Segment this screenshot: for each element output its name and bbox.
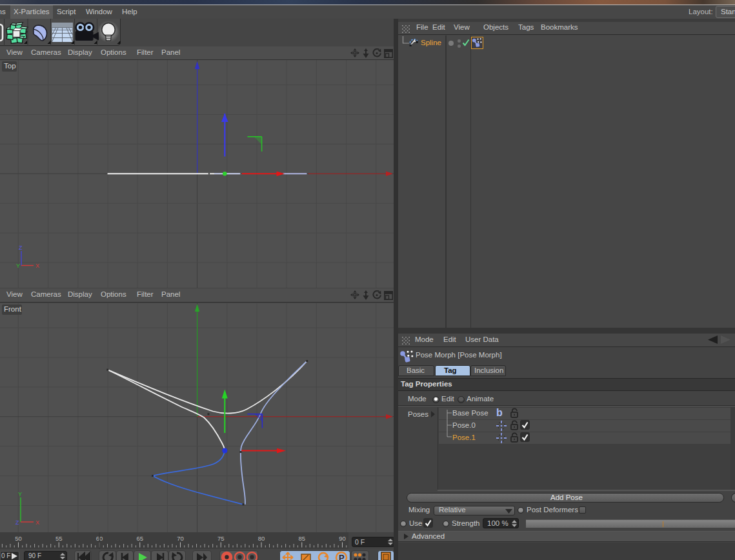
svg-text:90: 90 [339,535,346,542]
svg-text:65: 65 [136,535,143,542]
svg-text:Z: Z [19,245,23,251]
svg-text:50: 50 [15,535,22,542]
svg-text:X: X [35,263,39,269]
svg-text:P: P [339,553,345,560]
svg-text:Y: Y [18,491,22,497]
svg-text:55: 55 [55,535,63,542]
svg-text:Y: Y [16,263,20,269]
svg-text:85: 85 [298,535,305,542]
svg-text:80: 80 [258,535,265,542]
svg-text:Z: Z [15,519,19,526]
svg-text:75: 75 [217,535,225,542]
svg-text:70: 70 [177,535,184,542]
svg-text:X: X [35,519,39,526]
